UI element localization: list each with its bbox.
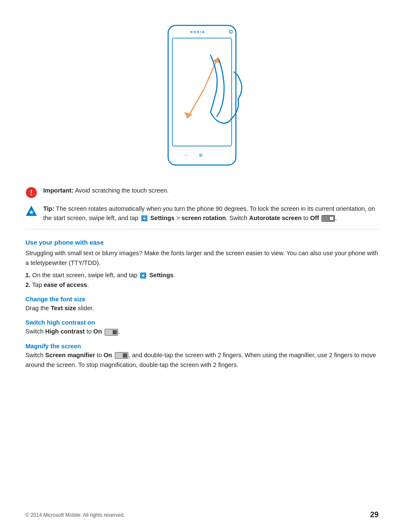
hc-bold2: On (93, 328, 102, 335)
high-contrast-heading: Switch high contrast on (25, 319, 379, 326)
hc-end: . (119, 328, 120, 335)
svg-text:←: ← (184, 153, 188, 157)
magnify-bold1: Screen magnifier (45, 352, 95, 358)
step2-end: . (87, 281, 89, 288)
svg-rect-4 (172, 146, 232, 146)
important-icon: ! (25, 187, 37, 198)
settings-icon-inline (141, 215, 148, 222)
step-list: 1. On the start screen, swipe left, and … (25, 270, 379, 290)
svg-text:★: ★ (29, 209, 34, 215)
page-number: 29 (370, 510, 379, 519)
step-2: 2. Tap ease of access. (25, 280, 379, 290)
toggle-on-magnify (115, 352, 128, 359)
use-ease-body: Struggling with small text or blurry ima… (25, 248, 379, 268)
toggle-on-hc (105, 329, 118, 336)
toggle-off-icon (321, 215, 335, 222)
important-body: Avoid scratching the touch screen. (74, 187, 169, 194)
hc-bold1: High contrast (45, 328, 85, 335)
magnify-text1: Switch (25, 352, 45, 358)
high-contrast-section: Switch high contrast on Switch High cont… (25, 319, 379, 336)
step1-text: On the start screen, swipe left, and tap… (30, 272, 175, 278)
high-contrast-body: Switch High contrast to On . (25, 327, 379, 336)
step2-text: Tap ease of access. (30, 281, 89, 288)
use-ease-heading: Use your phone with ease (25, 239, 379, 246)
page-content: NOKIA ← ⊞ (0, 0, 404, 395)
important-notice: ! Important: Avoid scratching the touch … (25, 186, 379, 198)
important-label: Important: (43, 187, 74, 194)
hc-text1: Switch (25, 328, 45, 335)
font-size-section: Change the font size Drag the Text size … (25, 296, 379, 313)
font-size-heading: Change the font size (25, 296, 379, 303)
divider (25, 229, 379, 229)
phone-illustration: NOKIA ← ⊞ (25, 13, 379, 174)
step1-num: 1. (25, 272, 30, 278)
magnify-heading: Magnify the screen (25, 343, 379, 350)
font-size-body: Drag the Text size slider. (25, 303, 379, 313)
font-size-text: Drag the (25, 305, 51, 311)
tip-notice: ★ Tip: The screen rotates automatically … (25, 204, 379, 223)
tip-icon: ★ (25, 205, 37, 217)
important-text: Important: Avoid scratching the touch sc… (43, 186, 169, 196)
magnify-text2: to (95, 352, 103, 358)
tip-body: The screen rotates automatically when yo… (43, 205, 375, 221)
settings-icon-inline-2 (140, 272, 147, 279)
phone-image: NOKIA ← ⊞ (155, 21, 249, 174)
svg-text:!: ! (30, 189, 32, 196)
svg-text:NOKIA: NOKIA (190, 30, 205, 34)
step2-bold: ease of access (44, 281, 87, 288)
tip-label: Tip: (43, 205, 54, 212)
svg-point-18 (142, 275, 144, 277)
tip-text: Tip: The screen rotates automatically wh… (43, 204, 379, 223)
magnify-body: Switch Screen magnifier to On , and doub… (25, 350, 379, 370)
hc-text2: to (85, 328, 93, 335)
step2-num: 2. (25, 281, 30, 288)
magnify-bold2: On (104, 352, 112, 358)
copyright-text: © 2014 Microsoft Mobile. All rights rese… (25, 512, 125, 518)
font-size-end: slider. (76, 305, 94, 311)
page-footer: © 2014 Microsoft Mobile. All rights rese… (25, 510, 379, 519)
step-1: 1. On the start screen, swipe left, and … (25, 270, 379, 280)
magnify-section: Magnify the screen Switch Screen magnifi… (25, 343, 379, 370)
svg-point-16 (143, 217, 145, 219)
font-size-bold: Text size (51, 305, 76, 311)
svg-text:⊞: ⊞ (199, 153, 202, 157)
